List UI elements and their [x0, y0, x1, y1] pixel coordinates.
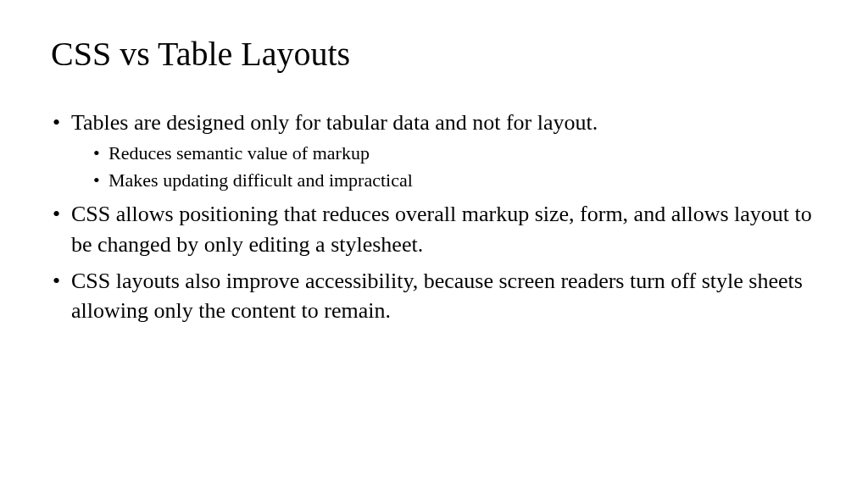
bullet-item: Tables are designed only for tabular dat… [51, 108, 817, 192]
slide-title: CSS vs Table Layouts [51, 34, 817, 74]
bullet-item: CSS allows positioning that reduces over… [51, 199, 817, 258]
sub-list: Reduces semantic value of markup Makes u… [71, 141, 817, 192]
sub-bullet-item: Makes updating difficult and impractical [92, 168, 817, 193]
bullet-list: Tables are designed only for tabular dat… [51, 108, 817, 325]
bullet-text: CSS allows positioning that reduces over… [71, 202, 812, 256]
sub-bullet-item: Reduces semantic value of markup [92, 141, 817, 166]
bullet-text: CSS layouts also improve accessibility, … [71, 269, 803, 323]
bullet-item: CSS layouts also improve accessibility, … [51, 266, 817, 325]
bullet-text: Tables are designed only for tabular dat… [71, 110, 598, 135]
